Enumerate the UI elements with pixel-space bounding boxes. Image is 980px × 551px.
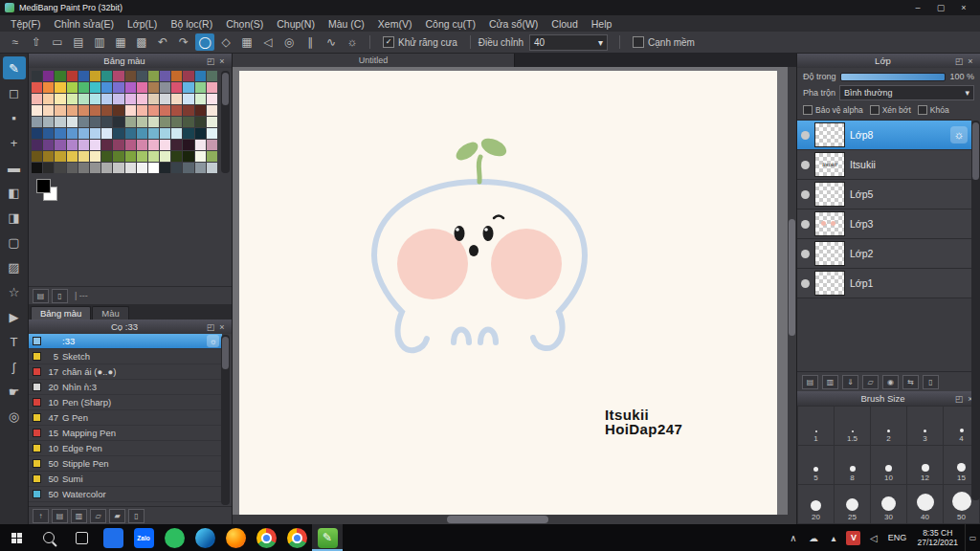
opacity-slider[interactable] [840,73,947,81]
color-swatch[interactable] [137,140,147,150]
color-swatch[interactable] [43,105,54,116]
operation-tool[interactable]: ▶ [3,305,26,328]
blend-dropdown[interactable]: Bình thường ▾ [839,85,974,100]
color-swatch[interactable] [195,105,206,116]
color-swatch[interactable] [55,128,65,139]
delete-layer-icon[interactable]: ▯ [923,375,939,389]
medibang-app[interactable]: ✎ [312,524,343,551]
color-swatch[interactable] [160,71,170,81]
color-swatch[interactable] [43,94,54,104]
color-swatch[interactable] [32,94,42,104]
color-swatch[interactable] [160,151,170,162]
color-swatch[interactable] [43,117,54,127]
color-swatch[interactable] [125,151,136,162]
color-swatch[interactable] [183,82,193,93]
new-layer-icon[interactable]: ▤ [802,375,818,389]
color-swatch[interactable] [125,117,136,127]
color-swatch[interactable] [207,140,217,150]
layer-camera-icon[interactable]: ◉ [882,375,899,389]
color-swatch[interactable] [160,105,170,116]
color-swatch[interactable] [125,163,136,173]
notification-center-button[interactable]: ▭ [965,524,980,551]
canvas[interactable]: Itsukii HoiDap247 [239,71,777,515]
color-swatch[interactable] [32,151,42,162]
detach-panel-icon[interactable]: ◰ [953,394,965,404]
brush-scrollbar[interactable] [221,335,230,505]
color-swatch[interactable] [195,140,206,150]
brush-folder-icon[interactable]: ▱ [90,509,106,523]
brush-size-cell[interactable]: 1 [798,407,834,445]
color-swatch[interactable] [43,82,54,93]
brush-size-cell[interactable]: 8 [835,446,870,484]
magic-wand-tool[interactable]: ☆ [3,280,26,303]
brush-item[interactable]: 10 Pen (Sharp) ☼ [29,395,222,410]
canvas-horizontal-scrollbar[interactable] [233,515,796,524]
menu-item[interactable]: Chỉnh sửa(E) [48,17,121,31]
color-swatch[interactable] [125,94,136,104]
color-swatch[interactable] [90,117,100,127]
brush-item[interactable]: 10 Edge Pen ☼ [29,441,222,456]
brush-size-cell[interactable]: 1.5 [835,407,870,445]
antialias-checkbox[interactable]: ✓ Khử răng cưa [383,36,457,48]
color-swatch[interactable] [171,151,182,162]
color-swatch[interactable] [183,94,193,104]
brush-item[interactable]: 20 Nhìn ǹ:3 ☼ [29,380,222,395]
color-swatch[interactable] [183,128,193,139]
unikey-icon[interactable]: V [843,524,863,551]
color-swatch[interactable] [55,94,65,104]
color-swatch[interactable] [148,71,159,81]
delete-brush-icon[interactable]: ▯ [128,509,145,523]
brush-item[interactable]: 50 Sumi ☼ [29,472,222,487]
color-swatch[interactable] [67,71,78,81]
brush-size-cell[interactable]: 25 [835,485,870,523]
fill-tool[interactable]: ▬ [3,156,26,179]
color-swatch[interactable] [78,128,89,139]
close-panel-icon[interactable]: × [216,322,228,332]
layer-row[interactable]: Lớp8 ☼ [797,121,971,150]
color-swatch[interactable] [137,94,147,104]
color-swatch[interactable] [90,140,100,150]
color-swatch[interactable] [101,82,112,93]
color-swatch[interactable] [148,163,159,173]
menu-item[interactable]: Công cụ(T) [418,17,482,31]
color-swatch[interactable] [90,105,100,116]
color-swatch[interactable] [171,105,182,116]
brush-item[interactable]: 50 Watercolor ☼ [29,487,222,502]
palette-scrollbar[interactable] [221,71,230,173]
photos-app[interactable] [98,524,128,551]
layer-scrollbar[interactable] [971,121,980,500]
color-swatch[interactable] [137,82,147,93]
lock-checkbox[interactable]: Khóa [918,105,949,115]
brush-item[interactable]: 5 Sketch ☼ [29,349,222,364]
select-grid-icon[interactable]: ▦ [237,33,256,51]
material-icon[interactable]: ▩ [132,33,151,51]
color-swatch[interactable] [183,163,193,173]
color-swatch[interactable] [78,82,89,93]
document-tab[interactable]: Untitled [233,54,515,67]
color-swatch[interactable] [113,151,123,162]
color-swatch[interactable] [78,94,89,104]
color-swatch[interactable] [171,140,182,150]
select-tool[interactable]: ▢ [3,231,26,253]
color-swatch[interactable] [148,151,159,162]
redo-icon[interactable]: ↷ [174,33,193,51]
color-swatch[interactable] [101,163,112,173]
color-swatch[interactable] [207,151,217,162]
undo-icon[interactable]: ↶ [153,33,172,51]
menu-item[interactable]: Tệp(F) [4,17,48,31]
color-swatch[interactable] [171,71,182,81]
color-swatch[interactable] [67,163,78,173]
curve-tool[interactable]: ʃ [3,355,26,378]
color-swatch[interactable] [195,82,206,93]
stabilizer-icon[interactable]: ≈ [6,33,25,51]
color-swatch[interactable] [195,71,206,81]
menu-item[interactable]: Màu (C) [322,17,371,31]
layer-row[interactable]: Itsukii Itsukii ☼ [797,150,971,180]
tab-palette[interactable]: Bảng màu [31,306,91,320]
color-swatch[interactable] [148,105,159,116]
detach-panel-icon[interactable]: ◰ [953,56,965,66]
detach-panel-icon[interactable]: ◰ [205,56,216,66]
clipping-checkbox[interactable]: Xén bớt [870,105,911,115]
color-swatch[interactable] [101,105,112,116]
color-swatch[interactable] [101,71,112,81]
